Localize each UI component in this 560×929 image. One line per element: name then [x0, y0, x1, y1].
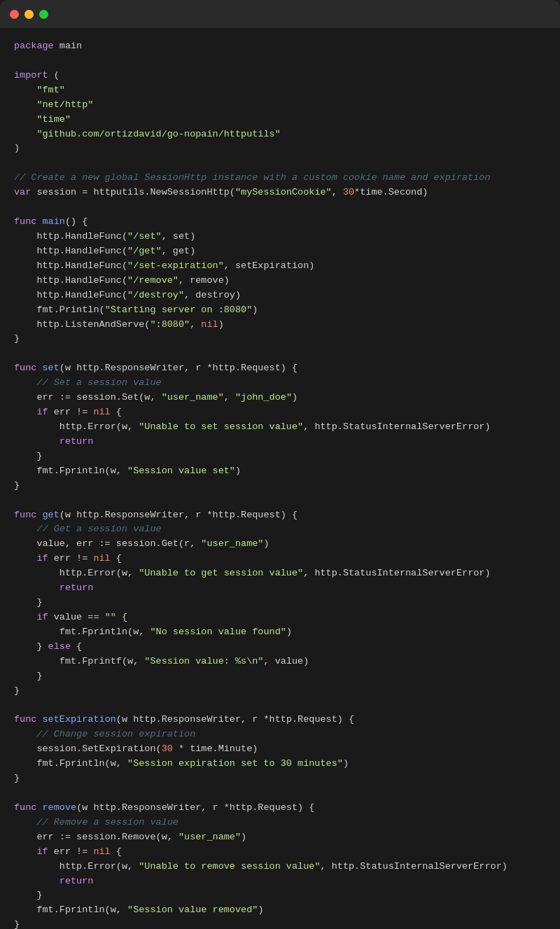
- minimize-button[interactable]: [24, 10, 34, 19]
- line-36: if err != nil {: [14, 552, 546, 566]
- code-editor: package main import ( "fmt" "net/http" "…: [0, 28, 560, 929]
- line-15: http.HandleFunc("/get", get): [14, 244, 546, 259]
- titlebar: [0, 0, 560, 28]
- line-26: if err != nil {: [14, 405, 546, 420]
- line-4: "fmt": [14, 83, 546, 98]
- line-6: "time": [14, 113, 546, 127]
- line-44: }: [14, 669, 546, 684]
- line-32: [14, 494, 546, 508]
- line-1: package main: [14, 39, 546, 54]
- line-30: fmt.Fprintln(w, "Session value set"): [14, 464, 546, 479]
- close-button[interactable]: [10, 10, 19, 19]
- line-41: fmt.Fprintln(w, "No session value found"…: [14, 625, 546, 640]
- line-31: }: [14, 479, 546, 494]
- line-42: } else {: [14, 640, 546, 655]
- line-16: http.HandleFunc("/set-expiration", setEx…: [14, 259, 546, 274]
- line-45: }: [14, 684, 546, 699]
- line-52: [14, 786, 546, 801]
- line-11: var session = httputils.NewSessionHttp("…: [14, 186, 546, 200]
- line-24: // Set a session value: [14, 376, 546, 391]
- line-53: func remove(w http.ResponseWriter, r *ht…: [14, 801, 546, 816]
- line-5: "net/http": [14, 98, 546, 113]
- line-60: fmt.Fprintln(w, "Session value removed"): [14, 903, 546, 918]
- line-34: // Get a session value: [14, 522, 546, 537]
- code-window: package main import ( "fmt" "net/http" "…: [0, 0, 560, 929]
- line-19: fmt.Println("Starting server on :8080"): [14, 303, 546, 318]
- line-10: // Create a new global SessionHttp insta…: [14, 171, 546, 186]
- line-25: err := session.Set(w, "user_name", "john…: [14, 391, 546, 405]
- line-18: http.HandleFunc("/destroy", destroy): [14, 288, 546, 303]
- line-58: return: [14, 874, 546, 889]
- line-28: return: [14, 435, 546, 449]
- line-23: func set(w http.ResponseWriter, r *http.…: [14, 361, 546, 376]
- line-51: }: [14, 771, 546, 786]
- line-33: func get(w http.ResponseWriter, r *http.…: [14, 508, 546, 523]
- line-8: ): [14, 141, 546, 156]
- line-17: http.HandleFunc("/remove", remove): [14, 274, 546, 288]
- line-43: fmt.Fprintf(w, "Session value: %s\n", va…: [14, 655, 546, 669]
- line-27: http.Error(w, "Unable to set session val…: [14, 420, 546, 435]
- line-21: }: [14, 332, 546, 347]
- line-14: http.HandleFunc("/set", set): [14, 230, 546, 244]
- line-61: }: [14, 918, 546, 929]
- line-40: if value == "" {: [14, 610, 546, 625]
- line-57: http.Error(w, "Unable to remove session …: [14, 860, 546, 874]
- line-46: [14, 698, 546, 713]
- line-54: // Remove a session value: [14, 816, 546, 830]
- line-20: http.ListenAndServe(":8080", nil): [14, 318, 546, 333]
- line-38: return: [14, 581, 546, 596]
- line-56: if err != nil {: [14, 845, 546, 860]
- line-37: http.Error(w, "Unable to get session val…: [14, 566, 546, 581]
- line-59: }: [14, 888, 546, 903]
- line-7: "github.com/ortizdavid/go-nopain/httputi…: [14, 127, 546, 142]
- line-29: }: [14, 449, 546, 464]
- line-13: func main() {: [14, 215, 546, 230]
- line-2: [14, 54, 546, 69]
- line-12: [14, 200, 546, 215]
- line-39: }: [14, 596, 546, 610]
- line-22: [14, 347, 546, 361]
- maximize-button[interactable]: [39, 10, 48, 19]
- line-3: import (: [14, 69, 546, 83]
- line-50: fmt.Fprintln(w, "Session expiration set …: [14, 757, 546, 771]
- line-49: session.SetExpiration(30 * time.Minute): [14, 742, 546, 757]
- line-47: func setExpiration(w http.ResponseWriter…: [14, 713, 546, 727]
- line-48: // Change session expiration: [14, 727, 546, 742]
- line-55: err := session.Remove(w, "user_name"): [14, 830, 546, 845]
- line-35: value, err := session.Get(r, "user_name"…: [14, 537, 546, 552]
- line-9: [14, 156, 546, 171]
